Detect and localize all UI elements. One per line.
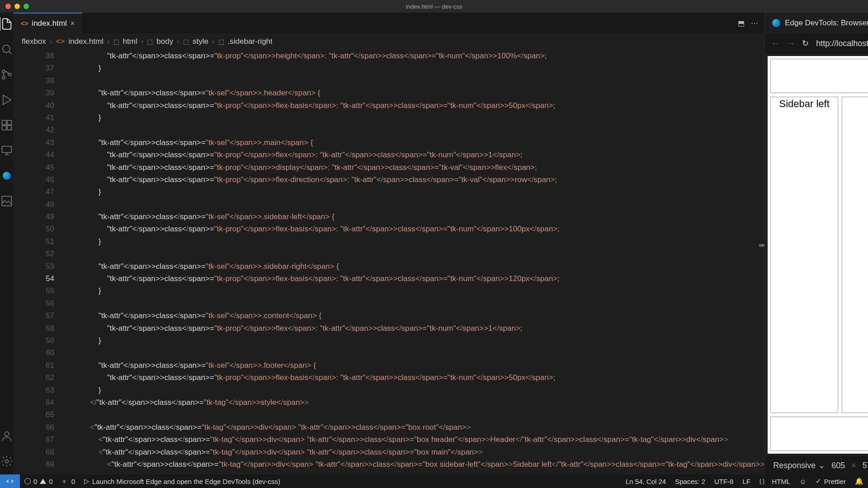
remote-explorer-icon[interactable] bbox=[0, 144, 14, 157]
x-separator: × bbox=[851, 461, 856, 470]
svg-rect-8 bbox=[2, 146, 12, 153]
feedback-icon[interactable]: ☺ bbox=[795, 477, 811, 485]
prettier-button[interactable]: ✓ Prettier bbox=[811, 477, 850, 485]
chevron-down-icon: ⌄ bbox=[818, 460, 825, 470]
close-tab-icon[interactable]: × bbox=[71, 19, 75, 28]
breadcrumb-seg[interactable]: body bbox=[156, 37, 173, 46]
breadcrumb-seg[interactable]: html bbox=[123, 37, 137, 46]
svg-point-2 bbox=[2, 76, 5, 79]
edge-icon bbox=[772, 19, 780, 27]
forward-icon[interactable]: → bbox=[787, 39, 795, 48]
problems-button[interactable]: 0 0 bbox=[20, 478, 57, 485]
launch-icon: ▷ bbox=[84, 477, 90, 485]
editor-tabs: <> index.html × ⬒ ⋯ bbox=[14, 13, 764, 33]
viewport-width[interactable]: 605 bbox=[831, 461, 845, 470]
preview-content: Content bbox=[842, 97, 868, 413]
devtools-tab[interactable]: Edge DevTools: Browser × bbox=[765, 13, 868, 33]
tab-label: index.html bbox=[32, 19, 66, 28]
minimize-window-icon[interactable] bbox=[14, 4, 20, 9]
breadcrumb-file[interactable]: index.html bbox=[68, 37, 103, 46]
window-titlebar: index.html — dev-css bbox=[0, 0, 868, 13]
svg-point-10 bbox=[5, 432, 9, 436]
image-icon[interactable] bbox=[0, 194, 14, 208]
symbol-icon: ⬚ bbox=[218, 38, 224, 45]
breadcrumb-seg[interactable]: .sidebar-right bbox=[228, 37, 273, 46]
language-mode[interactable]: { } HTML bbox=[755, 477, 795, 485]
cursor-position[interactable]: Ln 54, Col 24 bbox=[621, 477, 670, 485]
remote-button[interactable] bbox=[0, 474, 20, 488]
explorer-icon[interactable] bbox=[0, 17, 13, 31]
symbol-icon: ⬚ bbox=[113, 38, 119, 45]
chevron-right-icon: › bbox=[141, 37, 144, 46]
devtools-tab-label: Edge DevTools: Browser bbox=[785, 19, 868, 28]
extensions-icon[interactable] bbox=[0, 118, 14, 132]
source-control-icon[interactable] bbox=[0, 68, 14, 81]
svg-point-3 bbox=[9, 73, 11, 76]
antenna-icon: ᯤ bbox=[62, 478, 69, 485]
minimap[interactable] bbox=[759, 50, 764, 474]
symbol-icon: ⬚ bbox=[183, 38, 189, 45]
close-window-icon[interactable] bbox=[5, 4, 11, 9]
status-bar: 0 0 ᯤ 0 ▷ Launch Microsoft Edge and open… bbox=[0, 474, 868, 488]
chevron-right-icon: › bbox=[107, 37, 110, 46]
svg-rect-9 bbox=[2, 197, 12, 206]
preview-sidebar-left: Sidebar left bbox=[770, 97, 838, 413]
split-editor-icon[interactable]: ⬒ bbox=[738, 19, 745, 28]
tab-index-html[interactable]: <> index.html × bbox=[14, 13, 82, 33]
svg-rect-7 bbox=[7, 126, 11, 130]
devtools-panel: Edge DevTools: Browser × ⋯ ← → ↻ http://… bbox=[765, 13, 868, 474]
url-field[interactable]: http://localhost:3000/ bbox=[816, 39, 868, 48]
browser-viewport[interactable]: Header Sidebar left Content Sidebar righ… bbox=[768, 56, 868, 454]
breadcrumb-seg[interactable]: style bbox=[193, 37, 208, 46]
notifications-icon[interactable]: 🔔 bbox=[850, 477, 868, 485]
more-actions-icon[interactable]: ⋯ bbox=[751, 19, 758, 28]
edge-tools-icon[interactable] bbox=[0, 169, 14, 183]
window-controls[interactable] bbox=[0, 4, 29, 9]
device-select[interactable]: Responsive ⌄ bbox=[773, 460, 825, 470]
error-icon bbox=[24, 478, 31, 484]
warning-icon bbox=[40, 479, 46, 484]
chevron-right-icon: › bbox=[177, 37, 179, 46]
editor-group: <> index.html × ⬒ ⋯ flexbox › <> index.h… bbox=[14, 13, 765, 474]
html-file-icon: <> bbox=[56, 37, 65, 46]
run-debug-icon[interactable] bbox=[0, 93, 14, 107]
svg-rect-5 bbox=[7, 121, 11, 125]
encoding[interactable]: UTF-8 bbox=[710, 477, 738, 485]
device-toolbar: Responsive ⌄ 605 × 570 ⇄ ✎ ◎ bbox=[765, 456, 868, 474]
search-icon[interactable] bbox=[0, 42, 14, 56]
svg-point-11 bbox=[5, 460, 9, 463]
chevron-right-icon: › bbox=[212, 37, 215, 46]
indentation[interactable]: Spaces: 2 bbox=[670, 477, 710, 485]
breadcrumb[interactable]: flexbox › <> index.html › ⬚ html › ⬚ bod… bbox=[14, 33, 764, 50]
account-icon[interactable] bbox=[0, 429, 14, 443]
symbol-icon: ⬚ bbox=[147, 38, 153, 45]
svg-point-0 bbox=[3, 45, 10, 52]
svg-rect-6 bbox=[2, 126, 6, 130]
maximize-window-icon[interactable] bbox=[24, 4, 29, 9]
back-icon[interactable]: ← bbox=[771, 39, 779, 48]
html-file-icon: <> bbox=[21, 20, 28, 27]
eol[interactable]: LF bbox=[738, 477, 755, 485]
svg-rect-4 bbox=[2, 121, 6, 125]
breadcrumb-folder[interactable]: flexbox bbox=[22, 37, 46, 46]
code-editor[interactable]: 3637383940414243444546474849505152535455… bbox=[14, 50, 764, 474]
reload-icon[interactable]: ↻ bbox=[802, 38, 809, 48]
window-title: index.html — dev-css bbox=[406, 3, 462, 10]
activity-bar bbox=[0, 13, 14, 474]
preview-header: Header bbox=[770, 59, 868, 93]
ports-button[interactable]: ᯤ 0 bbox=[57, 478, 80, 485]
svg-point-1 bbox=[2, 70, 5, 73]
chevron-right-icon: › bbox=[50, 37, 52, 46]
viewport-height[interactable]: 570 bbox=[863, 461, 868, 470]
preview-footer: Footer bbox=[770, 417, 868, 451]
settings-gear-icon[interactable] bbox=[0, 455, 14, 468]
address-bar: ← → ↻ http://localhost:3000/ ⧉ bbox=[765, 33, 868, 53]
launch-edge-button[interactable]: ▷ Launch Microsoft Edge and open the Edg… bbox=[80, 477, 285, 485]
